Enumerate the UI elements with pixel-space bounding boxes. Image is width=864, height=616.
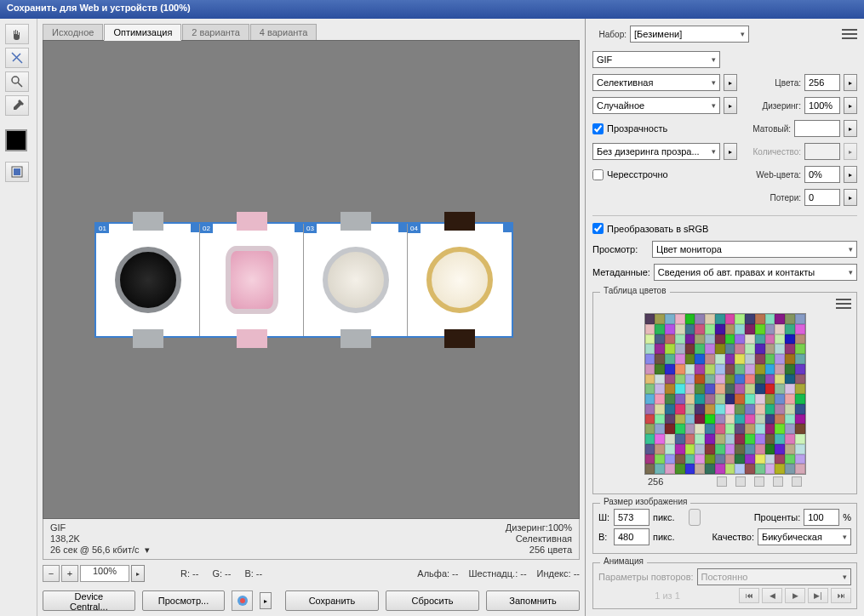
quality-select[interactable]: Бикубическая	[758, 528, 851, 545]
browser-preview-icon[interactable]	[232, 590, 253, 611]
lossy-menu[interactable]: ▸	[844, 189, 857, 206]
eyedropper-color[interactable]	[5, 129, 27, 151]
height-label: В:	[598, 532, 610, 542]
srgb-checkbox[interactable]: Преобразовать в sRGB	[592, 223, 857, 234]
amount-label: Количество:	[753, 147, 801, 157]
matte-label: Матовый:	[743, 124, 791, 134]
status-bar: − + 100% ▸ R: -- G: -- B: -- Альфа: -- Ш…	[43, 560, 580, 587]
animation-panel: Анимация Параметры повторов: Постоянно 1…	[592, 562, 857, 609]
dither-amount-menu[interactable]: ▸	[844, 97, 857, 114]
frame-counter: 1 из 1	[598, 590, 736, 601]
colors-menu[interactable]: ▸	[844, 74, 857, 91]
readout-b: B: --	[244, 568, 262, 579]
tab-optimized[interactable]: Оптимизация	[104, 24, 181, 41]
height-input[interactable]: 480	[614, 528, 649, 545]
anim-next-icon: ▶|	[808, 588, 828, 603]
svg-point-0	[12, 77, 19, 83]
metadata-select[interactable]: Сведения об авт. правах и контакты	[654, 264, 857, 281]
colors-input[interactable]: 256	[804, 74, 840, 91]
transparency-checkbox[interactable]: Прозрачность	[592, 123, 667, 134]
zoom-tool[interactable]	[5, 71, 29, 92]
percent-input[interactable]: 100	[804, 509, 839, 526]
dither-menu[interactable]: ▸	[724, 97, 737, 114]
slice-2[interactable]: 02	[200, 224, 304, 336]
anim-prev-icon: ◀	[762, 588, 782, 603]
color-table[interactable]	[644, 313, 806, 475]
optimization-info: GIFДизеринг:100% 138,2KСелективная 26 се…	[43, 519, 580, 560]
anim-play-icon: ▶	[785, 588, 805, 603]
palette-select[interactable]: Селективная	[592, 74, 720, 91]
slice-tool[interactable]	[5, 48, 29, 68]
tab-2up[interactable]: 2 варианта	[182, 24, 249, 41]
anim-first-icon: ⏮	[739, 588, 759, 603]
tab-original[interactable]: Исходное	[43, 24, 103, 41]
web-snap-menu[interactable]: ▸	[844, 166, 857, 183]
color-table-panel: Таблица цветов 256	[592, 292, 857, 494]
zoom-menu[interactable]: ▸	[131, 565, 145, 582]
preview-canvas[interactable]: 01 02 03 04	[43, 40, 580, 519]
image-size-panel: Размер изображения Ш: 573 пикс. Проценты…	[592, 503, 857, 554]
done-button[interactable]: Запомнить	[486, 590, 580, 611]
toggle-slices-icon[interactable]	[5, 162, 29, 182]
loop-label: Параметры повторов:	[598, 572, 694, 582]
format-select[interactable]: GIF	[592, 51, 720, 68]
dither-label: Дизеринг:	[753, 101, 801, 111]
tool-palette	[0, 19, 37, 616]
palette-menu[interactable]: ▸	[724, 74, 737, 91]
colors-label: Цвета:	[753, 78, 801, 88]
readout-g: G: --	[212, 568, 231, 579]
readout-hex: Шестнадц.: --	[468, 568, 526, 579]
dither-input[interactable]: 100%	[804, 97, 840, 114]
svg-rect-2	[14, 168, 20, 175]
matte-menu[interactable]: ▸	[844, 120, 857, 137]
browser-menu[interactable]: ▸	[260, 592, 272, 609]
constrain-icon[interactable]	[689, 509, 701, 526]
eyedropper-tool[interactable]	[5, 95, 29, 116]
slice-1[interactable]: 01	[96, 224, 200, 336]
save-button[interactable]: Сохранить	[285, 590, 379, 611]
zoom-out-button[interactable]: −	[43, 565, 60, 582]
slice-3[interactable]: 03	[304, 224, 408, 336]
hand-tool[interactable]	[5, 24, 29, 44]
trans-dither-menu[interactable]: ▸	[724, 143, 737, 160]
preview-select[interactable]: Цвет монитора	[652, 241, 857, 258]
color-table-menu-icon[interactable]	[836, 298, 851, 310]
color-count: 256	[648, 476, 663, 487]
readout-r: R: --	[180, 568, 198, 579]
preview-label: Просмотр:	[592, 244, 649, 254]
matte-swatch[interactable]	[794, 120, 840, 137]
tab-4up[interactable]: 4 варианта	[250, 24, 318, 41]
ct-lock-icon[interactable]	[735, 476, 746, 487]
cancel-button[interactable]: Сбросить	[386, 590, 479, 611]
zoom-input[interactable]: 100%	[80, 565, 129, 582]
preset-select[interactable]: [Безимени]	[630, 26, 749, 43]
preset-menu-icon[interactable]	[842, 28, 857, 40]
image-preview: 01 02 03 04	[94, 222, 513, 338]
ct-map-icon[interactable]	[754, 476, 764, 487]
ct-snap-icon[interactable]	[717, 476, 727, 487]
readout-alpha: Альфа: --	[417, 568, 458, 579]
window-title: Сохранить для Web и устройств (100%)	[0, 0, 864, 19]
interlace-checkbox[interactable]: Чересстрочно	[592, 169, 668, 180]
trans-dither-select[interactable]: Без дизеринга прозра...	[592, 143, 720, 160]
amount-input	[804, 143, 840, 160]
web-snap-input[interactable]: 0%	[804, 166, 840, 183]
width-input[interactable]: 573	[614, 509, 649, 526]
quality-label: Качество:	[712, 532, 754, 542]
zoom-in-button[interactable]: +	[61, 565, 78, 582]
lossy-input[interactable]: 0	[804, 189, 840, 206]
readout-index: Индекс: --	[537, 568, 580, 579]
slice-4[interactable]: 04	[408, 224, 512, 336]
loop-select: Постоянно	[697, 568, 851, 585]
dither-select[interactable]: Случайное	[592, 97, 720, 114]
preview-button[interactable]: Просмотр...	[142, 590, 225, 611]
preset-label: Набор:	[592, 30, 627, 39]
view-tabs: Исходное Оптимизация 2 варианта 4 вариан…	[43, 24, 580, 41]
ct-delete-icon[interactable]	[792, 476, 802, 487]
web-snap-label: Web-цвета:	[753, 170, 801, 180]
svg-point-4	[240, 598, 245, 603]
ct-new-icon[interactable]	[773, 476, 783, 487]
device-central-button[interactable]: Device Central...	[43, 590, 135, 611]
metadata-label: Метаданные:	[592, 267, 650, 277]
lossy-label: Потери:	[753, 193, 801, 202]
